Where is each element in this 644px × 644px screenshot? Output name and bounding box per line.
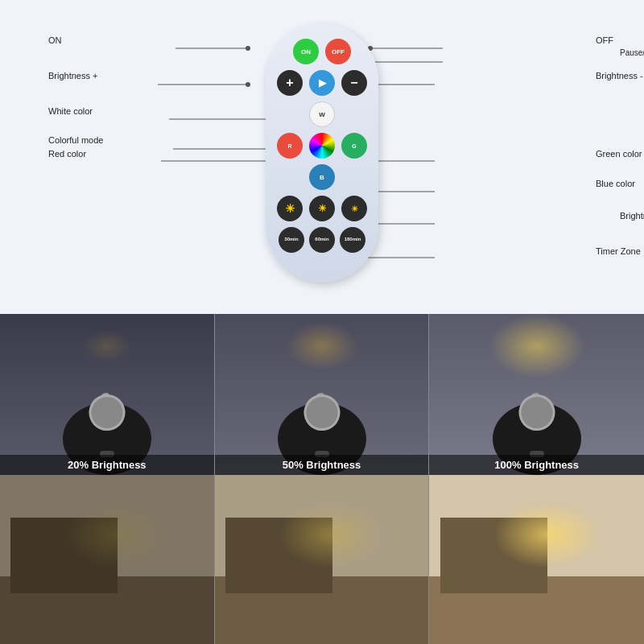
remote-row-controls: + ▶ − bbox=[277, 70, 367, 96]
brightness-demo-section: 20% Brightness 50% Brightness bbox=[0, 314, 644, 644]
svg-point-1 bbox=[246, 46, 250, 51]
label-brightness-minus: Brightness - bbox=[596, 71, 643, 80]
lamp-glow-20 bbox=[83, 330, 131, 362]
btn-timer-30[interactable]: 30min bbox=[279, 227, 304, 253]
remote-row-timers: 30min 60min 180min bbox=[279, 227, 365, 253]
remote-control: ON OFF + ▶ − W R G B ☀ ☀ bbox=[266, 24, 378, 282]
label-timer-zone: Timer Zone bbox=[596, 246, 641, 256]
remote-row-brightness: ☀ ☀ ☀ bbox=[277, 196, 367, 221]
btn-green[interactable]: G bbox=[341, 133, 367, 159]
kitchen-lightspot-100 bbox=[493, 501, 601, 568]
svg-point-7 bbox=[246, 82, 250, 87]
btn-blue[interactable]: B bbox=[309, 164, 335, 190]
remote-row-on-off: ON OFF bbox=[293, 39, 351, 64]
remote-row-blue: B bbox=[309, 164, 335, 190]
label-pause: Pause/Start the flash light bbox=[620, 48, 644, 57]
btn-timer-180[interactable]: 180min bbox=[340, 227, 365, 253]
label-off: OFF bbox=[596, 35, 613, 45]
btn-play[interactable]: ▶ bbox=[309, 70, 335, 96]
label-blue-color: Blue color bbox=[596, 179, 635, 188]
sun-icon-1: ☀ bbox=[285, 202, 295, 215]
remote-row-white: W bbox=[309, 101, 335, 127]
btn-red[interactable]: R bbox=[277, 133, 303, 159]
btn-brightness-1[interactable]: ☀ bbox=[277, 196, 303, 221]
brightness-label-100: 100% Brightness bbox=[429, 455, 644, 475]
sun-icon-3: ☀ bbox=[351, 204, 358, 213]
panel-20-brightness: 20% Brightness bbox=[0, 314, 215, 644]
btn-plus[interactable]: + bbox=[277, 70, 303, 96]
kitchen-image-100 bbox=[429, 475, 644, 644]
brightness-label-20: 20% Brightness bbox=[0, 455, 214, 475]
kitchen-lightspot-50 bbox=[279, 501, 386, 568]
label-red-color: Red color bbox=[48, 149, 86, 159]
label-brightness-plus: Brightness + bbox=[48, 71, 97, 80]
brightness-label-50: 50% Brightness bbox=[215, 455, 429, 475]
kitchen-lightspot-20 bbox=[64, 501, 171, 568]
btn-on[interactable]: ON bbox=[293, 39, 319, 64]
label-colorful-mode: Colorful mode bbox=[48, 135, 103, 145]
btn-brightness-3[interactable]: ☀ bbox=[341, 196, 367, 221]
remote-diagram-section: ON Brightness + White color Colorful mod… bbox=[0, 0, 644, 314]
btn-off[interactable]: OFF bbox=[325, 39, 351, 64]
label-white-color: White color bbox=[48, 106, 93, 116]
lamp-image-50: 50% Brightness bbox=[215, 314, 429, 475]
label-on: ON bbox=[48, 35, 62, 45]
label-brightness-shortcut: Brightness shortcut bbox=[620, 211, 644, 221]
panel-100-brightness: 100% Brightness bbox=[429, 314, 644, 644]
lamp-glow-100 bbox=[489, 314, 585, 378]
lamp-image-20: 20% Brightness bbox=[0, 314, 214, 475]
lamp-image-100: 100% Brightness bbox=[429, 314, 644, 475]
btn-timer-60[interactable]: 60min bbox=[309, 227, 335, 253]
lamp-glow-50 bbox=[286, 322, 358, 370]
panel-50-brightness: 50% Brightness bbox=[215, 314, 430, 644]
label-green-color: Green color bbox=[596, 149, 642, 159]
btn-minus[interactable]: − bbox=[341, 70, 367, 96]
btn-colorful[interactable] bbox=[309, 133, 335, 159]
btn-brightness-2[interactable]: ☀ bbox=[309, 196, 335, 221]
kitchen-image-50 bbox=[215, 475, 429, 644]
kitchen-image-20 bbox=[0, 475, 214, 644]
remote-row-colors: R G bbox=[277, 133, 367, 159]
btn-white[interactable]: W bbox=[309, 101, 335, 127]
sun-icon-2: ☀ bbox=[318, 203, 327, 214]
